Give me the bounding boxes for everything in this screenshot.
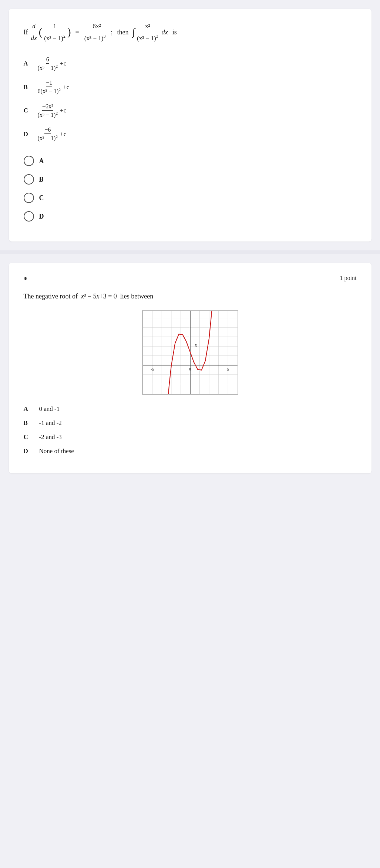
radio-c-circle[interactable] — [24, 193, 34, 203]
opt-a-den: (x³ − 1)2 — [38, 64, 58, 71]
graph-box: -5 0 5 5 — [142, 310, 238, 395]
opt-d-num: −6 — [44, 126, 51, 134]
q2-d-letter: D — [24, 447, 34, 455]
radio-options: A B C D — [24, 156, 357, 222]
q2-b-text: -1 and -2 — [39, 419, 62, 427]
svg-text:5: 5 — [195, 343, 196, 348]
q2-c-text: -2 and -3 — [39, 433, 62, 441]
graph-container: -5 0 5 5 — [24, 310, 357, 395]
option-c-row: C −6x² (x³ − 1)2 +c — [24, 101, 357, 121]
option-d-math: −6 (x³ − 1)2 +c — [37, 126, 67, 142]
rhs-den: (x³ − 1)3 — [84, 32, 106, 44]
option-b-letter: B — [24, 84, 37, 91]
q2-a-text: 0 and -1 — [39, 405, 60, 413]
radio-a-circle[interactable] — [24, 156, 34, 166]
radio-b-circle[interactable] — [24, 174, 34, 185]
section-divider — [0, 250, 380, 254]
opt-c-den: (x³ − 1)2 — [38, 111, 58, 118]
semicolon-label: ; — [111, 27, 113, 38]
radio-b[interactable]: B — [24, 174, 357, 185]
is-label: is — [172, 27, 177, 38]
opt-d-den: (x³ − 1)2 — [38, 134, 58, 142]
ddx-fraction: d dx — [31, 21, 37, 43]
question1-text: If d dx ( 1 (x³ − 1)2 ) = −6x² (x³ − 1)3… — [24, 21, 357, 44]
option-a-letter: A — [24, 60, 37, 67]
option-c-letter: C — [24, 107, 37, 114]
option-b-row: B −1 6(x³ − 1)2 +c — [24, 77, 357, 97]
options-list: A 6 (x³ − 1)2 +c B −1 6(x³ − 1)2 +c — [24, 54, 357, 144]
radio-b-label: B — [39, 176, 44, 183]
radio-c[interactable]: C — [24, 193, 357, 203]
then-label: then — [117, 27, 129, 38]
equals-sign: = — [75, 27, 79, 38]
integral-expression: ∫ x² (x³ − 1)3 dx — [132, 21, 168, 44]
opt-c-plusc: +c — [60, 107, 66, 114]
svg-text:-5: -5 — [151, 367, 154, 371]
d-label: d — [32, 21, 36, 32]
q2-options: A 0 and -1 B -1 and -2 C -2 and -3 D Non… — [24, 405, 357, 455]
q2-option-c: C -2 and -3 — [24, 433, 357, 441]
graph-svg: -5 0 5 5 — [143, 311, 238, 394]
q2-c-letter: C — [24, 433, 34, 441]
option-a-row: A 6 (x³ − 1)2 +c — [24, 54, 357, 74]
radio-d-label: D — [39, 213, 44, 220]
derivative-expression: d dx ( 1 (x³ − 1)2 ) — [30, 21, 71, 44]
radio-c-label: C — [39, 194, 44, 202]
opt-d-plusc: +c — [60, 131, 66, 138]
inner-fraction: 1 (x³ − 1)2 — [44, 21, 65, 44]
paren-open: ( — [39, 27, 43, 37]
option-b-math: −1 6(x³ − 1)2 +c — [37, 80, 70, 95]
q2-option-b: B -1 and -2 — [24, 419, 357, 427]
q2-a-letter: A — [24, 405, 34, 413]
opt-c-fraction: −6x² (x³ − 1)2 — [38, 103, 58, 118]
q2-option-a: A 0 and -1 — [24, 405, 357, 413]
integral-sign: ∫ — [132, 24, 135, 41]
if-label: If — [24, 27, 28, 38]
svg-text:0: 0 — [189, 367, 191, 371]
rhs-num: −6x² — [89, 21, 101, 32]
inner-den: (x³ − 1)2 — [44, 32, 65, 44]
option-a-math: 6 (x³ − 1)2 +c — [37, 56, 67, 71]
option-c-math: −6x² (x³ − 1)2 +c — [37, 103, 67, 118]
option-d-row: D −6 (x³ − 1)2 +c — [24, 124, 357, 144]
option-d-letter: D — [24, 131, 37, 138]
opt-b-plusc: +c — [63, 84, 69, 91]
opt-c-num: −6x² — [42, 103, 53, 111]
int-den: (x³ − 1)3 — [137, 32, 158, 44]
inner-num: 1 — [53, 21, 57, 32]
svg-text:5: 5 — [227, 367, 229, 371]
dx-integral: dx — [162, 27, 168, 38]
rhs-fraction: −6x² (x³ − 1)3 — [84, 21, 106, 44]
opt-b-num: −1 — [46, 80, 52, 87]
required-asterisk: * — [24, 275, 28, 284]
points-label: 1 point — [340, 275, 357, 281]
opt-a-plusc: +c — [60, 60, 66, 67]
radio-a[interactable]: A — [24, 156, 357, 166]
q2-b-letter: B — [24, 419, 34, 427]
int-num: x² — [145, 21, 150, 32]
paren-close: ) — [67, 27, 71, 37]
opt-a-num: 6 — [46, 56, 49, 64]
radio-d-circle[interactable] — [24, 211, 34, 222]
q2-option-d: D None of these — [24, 447, 357, 455]
dx-label: dx — [31, 32, 37, 43]
opt-b-fraction: −1 6(x³ − 1)2 — [38, 80, 61, 95]
q2-header: * 1 point — [24, 275, 357, 284]
opt-b-den: 6(x³ − 1)2 — [38, 87, 61, 95]
radio-d[interactable]: D — [24, 211, 357, 222]
radio-a-label: A — [39, 157, 44, 165]
question1-card: If d dx ( 1 (x³ − 1)2 ) = −6x² (x³ − 1)3… — [9, 9, 371, 242]
q2-question-text: The negative root of x³ − 5x+3 = 0 lies … — [24, 291, 357, 302]
integral-fraction: x² (x³ − 1)3 — [137, 21, 158, 44]
opt-d-fraction: −6 (x³ − 1)2 — [38, 126, 58, 142]
q2-d-text: None of these — [39, 447, 74, 455]
opt-a-fraction: 6 (x³ − 1)2 — [38, 56, 58, 71]
question2-card: * 1 point The negative root of x³ − 5x+3… — [9, 263, 371, 473]
